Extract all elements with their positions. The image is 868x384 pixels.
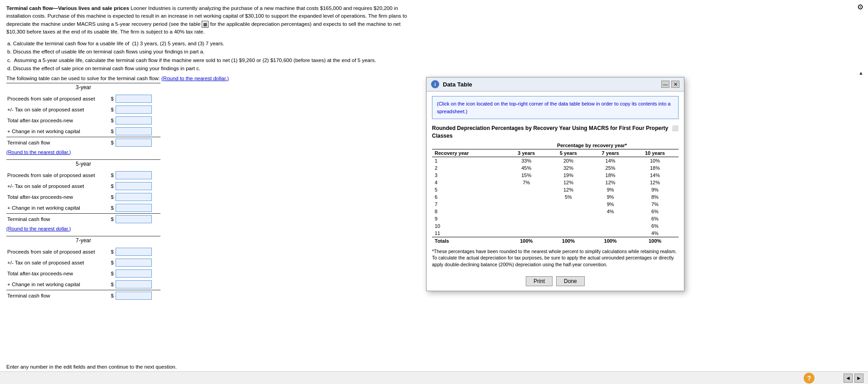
percentage-cell: 6% [631, 222, 679, 230]
label-proceeds-7y: Proceeds from sale of proposed asset [6, 246, 107, 257]
terminal-3y-input[interactable] [116, 139, 152, 147]
input-tax-3y[interactable] [115, 104, 160, 115]
percentage-cell: 9% [589, 186, 631, 193]
section-5year-header: 5-year [6, 159, 160, 168]
nav-right-button[interactable]: ► [854, 374, 863, 383]
round-note-3y[interactable]: (Round to the nearest dollar.) [6, 149, 420, 155]
input-terminal-3y[interactable] [115, 137, 160, 148]
percentage-cell: 14% [589, 157, 631, 164]
percentage-cell: 6% [631, 215, 679, 222]
dollar-terminal-7y: $ [107, 290, 115, 301]
input-aftertax-7y[interactable] [115, 268, 160, 279]
percentage-cell: 45% [505, 164, 548, 172]
table-row: 65%9%8% [432, 193, 679, 201]
input-nwc-3y[interactable] [115, 126, 160, 137]
label-tax-7y: +/- Tax on sale of proposed asset [6, 257, 107, 268]
input-proceeds-7y[interactable] [115, 246, 160, 257]
percentage-cell [548, 230, 590, 237]
tax-5y-input[interactable] [116, 182, 152, 190]
aftertax-5y-input[interactable] [116, 193, 152, 201]
dollar-tax-5y: $ [107, 181, 115, 192]
proceeds-7y-input[interactable] [116, 248, 152, 256]
form-table-5year: Proceeds from sale of proposed asset $ +… [6, 170, 160, 225]
input-proceeds-3y[interactable] [115, 93, 160, 104]
print-button[interactable]: Print [526, 276, 553, 286]
table-row: 96% [432, 215, 679, 222]
tax-7y-input[interactable] [116, 259, 152, 267]
form-table-7year: Proceeds from sale of proposed asset $ +… [6, 246, 160, 301]
section-5year: 5-year Proceeds from sale of proposed as… [6, 159, 420, 231]
section-3year-header: 3-year [6, 83, 160, 91]
table-row: 133%20%14%10% [432, 157, 679, 164]
input-terminal-5y[interactable] [115, 213, 160, 225]
table-row: + Change in net working capital $ [6, 202, 160, 214]
round-link-top[interactable]: (Round to the nearest dollar.) [161, 76, 229, 81]
table-row: Terminal cash flow $ [6, 137, 160, 148]
table-row: Total after-tax proceeds-new $ [6, 115, 160, 126]
dollar-proceeds-3y: $ [107, 93, 115, 104]
table-row: Terminal cash flow $ [6, 213, 160, 225]
percentage-cell [548, 222, 590, 230]
label-terminal-3y: Terminal cash flow [6, 137, 107, 148]
percentage-cell: 6% [631, 208, 679, 215]
percentage-cell [589, 230, 631, 237]
label-aftertax-7y: Total after-tax proceeds-new [6, 268, 107, 279]
percentage-cell [505, 193, 548, 201]
table-intro: The following table can be used to solve… [6, 76, 420, 81]
recovery-year-cell: 3 [432, 172, 505, 179]
input-aftertax-3y[interactable] [115, 115, 160, 126]
dollar-aftertax-5y: $ [107, 192, 115, 202]
aftertax-3y-input[interactable] [116, 116, 152, 125]
percentage-cell: 100% [505, 237, 548, 245]
dollar-proceeds-7y: $ [107, 246, 115, 257]
percentage-cell [505, 186, 548, 193]
input-tax-7y[interactable] [115, 257, 160, 268]
tax-3y-input[interactable] [116, 106, 152, 114]
percentage-cell: 100% [631, 237, 679, 245]
nwc-5y-input[interactable] [116, 204, 152, 212]
minimize-button[interactable]: — [661, 81, 669, 88]
table-row: Proceeds from sale of proposed asset $ [6, 170, 160, 181]
nav-left-button[interactable]: ◄ [844, 374, 853, 383]
terminal-7y-input[interactable] [116, 292, 152, 300]
dollar-terminal-5y: $ [107, 213, 115, 225]
input-nwc-7y[interactable] [115, 279, 160, 290]
modal-body: (Click on the icon located on the top-ri… [427, 91, 684, 273]
table-row: 315%19%18%14% [432, 172, 679, 179]
gear-icon[interactable]: ⚙ [857, 3, 863, 11]
label-aftertax-5y: Total after-tax proceeds-new [6, 192, 107, 202]
input-proceeds-5y[interactable] [115, 170, 160, 181]
percentage-cell [589, 222, 631, 230]
recovery-year-cell: 9 [432, 215, 505, 222]
percentage-cell: 32% [548, 164, 590, 172]
table-row: 512%9%9% [432, 186, 679, 193]
percentage-cell: 12% [548, 186, 590, 193]
table-row: + Change in net working capital $ [6, 126, 160, 137]
input-nwc-5y[interactable] [115, 202, 160, 214]
section-7year: 7-year Proceeds from sale of proposed as… [6, 236, 420, 301]
percentage-cell: 4% [589, 208, 631, 215]
percentage-cell: 12% [631, 179, 679, 186]
terminal-5y-input[interactable] [116, 215, 152, 223]
nwc-3y-input[interactable] [116, 127, 152, 135]
proceeds-3y-input[interactable] [116, 95, 152, 103]
percentage-cell [505, 201, 548, 208]
grid-icon[interactable]: ▦ [202, 21, 209, 28]
input-aftertax-5y[interactable] [115, 192, 160, 202]
expand-icon[interactable]: ⬜ [672, 125, 679, 132]
recovery-year-cell: 4 [432, 179, 505, 186]
proceeds-5y-input[interactable] [116, 171, 152, 179]
done-button[interactable]: Done [556, 276, 585, 286]
round-note-5y[interactable]: (Round to the nearest dollar.) [6, 226, 420, 231]
input-tax-5y[interactable] [115, 181, 160, 192]
scroll-up-indicator[interactable]: ▲ [858, 70, 863, 76]
input-terminal-7y[interactable] [115, 290, 160, 301]
nwc-7y-input[interactable] [116, 280, 152, 288]
label-terminal-5y: Terminal cash flow [6, 213, 107, 225]
help-button[interactable]: ? [804, 373, 815, 384]
dollar-tax-3y: $ [107, 104, 115, 115]
col-header-7y: 7 years [589, 149, 631, 157]
aftertax-7y-input[interactable] [116, 269, 152, 278]
percentage-cell: 7% [505, 179, 548, 186]
close-button[interactable]: ✕ [671, 81, 679, 88]
